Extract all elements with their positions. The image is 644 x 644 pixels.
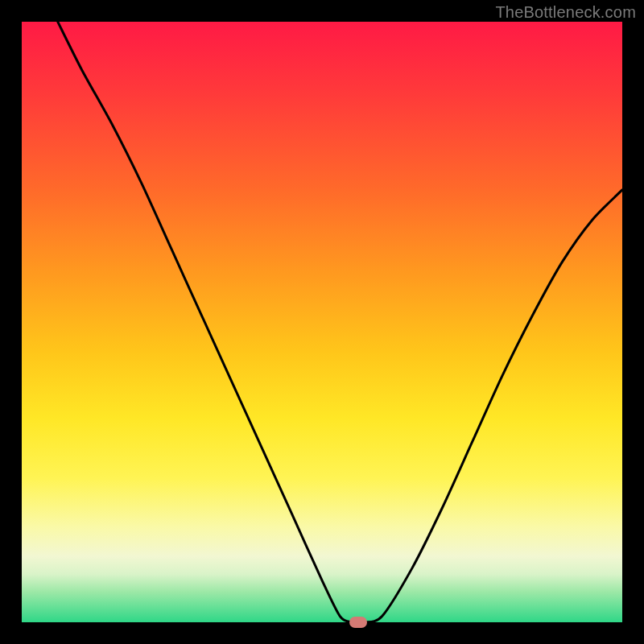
plot-area (22, 22, 622, 622)
watermark-text: TheBottleneck.com (495, 3, 636, 22)
bottleneck-curve (22, 22, 622, 622)
minimum-marker (349, 617, 367, 628)
chart-frame: TheBottleneck.com (0, 0, 644, 644)
